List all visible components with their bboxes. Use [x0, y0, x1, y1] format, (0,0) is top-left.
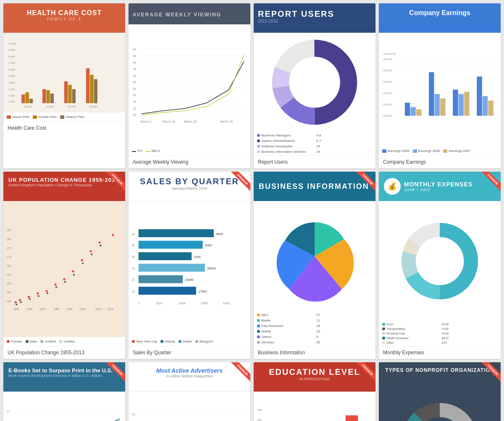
svg-text:20: 20: [133, 113, 136, 117]
svg-text:1995: 1995: [66, 308, 73, 311]
card-most-active-advertisers[interactable]: Most Active Advertisers in online fashio…: [129, 362, 250, 421]
svg-rect-79: [464, 92, 469, 116]
svg-rect-209: [346, 416, 358, 421]
svg-rect-80: [477, 76, 482, 115]
svg-rect-12: [29, 99, 33, 103]
svg-text:100,000: 100,000: [383, 114, 393, 117]
svg-text:22: 22: [132, 278, 135, 281]
premium-badge-eb: [100, 362, 125, 387]
svg-point-106: [29, 298, 31, 300]
svg-text:0: 0: [139, 302, 140, 305]
me-donut-svg: [383, 205, 496, 317]
svg-rect-18: [72, 89, 76, 103]
svg-rect-74: [429, 72, 434, 116]
svg-text:150: 150: [257, 408, 262, 411]
hcc-legend: House Plan Senate Plan Obama Plan: [3, 112, 125, 121]
svg-text:180: 180: [7, 238, 11, 241]
svg-text:60,000: 60,000: [68, 105, 76, 108]
premium-badge-bi: [350, 172, 375, 197]
el-chart-area: 150 140 120 100 80 60 40 20: [254, 392, 375, 421]
svg-text:26: 26: [132, 267, 135, 270]
card-company-earnings[interactable]: Company Earnings Thousands 350,000 300,0…: [379, 3, 501, 168]
maa-svg: 45 40 35 30 25 20 15: [132, 395, 247, 421]
card-nonprofit[interactable]: TYPES OF NONPROFIT ORGANIZATION Athletic…: [379, 362, 501, 421]
svg-text:26: 26: [133, 93, 136, 97]
svg-text:24: 24: [133, 100, 136, 104]
dashboard-grid: HEALTH CARE COST FAMILY OF 4 10,000 9,00…: [3, 3, 501, 421]
svg-text:34: 34: [133, 67, 136, 71]
svg-text:9,000: 9,000: [8, 48, 15, 51]
svg-text:300,000: 300,000: [383, 69, 393, 72]
svg-rect-130: [139, 241, 203, 249]
svg-rect-82: [488, 100, 493, 115]
svg-text:36,000: 36,000: [24, 105, 32, 108]
svg-text:185: 185: [7, 229, 11, 232]
svg-text:20: 20: [132, 290, 135, 293]
svg-text:March 20: March 20: [184, 120, 197, 123]
hcc-chart-area: 10,000 9,000 8,000 7,000 6,000 5,000 4,0…: [3, 33, 125, 112]
svg-text:10000: 10000: [178, 302, 186, 305]
svg-text:155: 155: [7, 282, 11, 285]
ce-header: Company Earnings: [379, 3, 501, 33]
np-donut-svg: [383, 396, 496, 421]
svg-rect-71: [405, 103, 410, 116]
svg-text:54,000: 54,000: [46, 105, 54, 108]
svg-point-113: [91, 254, 92, 255]
svg-point-109: [55, 286, 57, 288]
card-monthly-expenses[interactable]: 💰 MONTHLY EXPENSES JUNE / JULY Food 15.4…: [379, 172, 501, 359]
awv-chart-area: 40 38 36 34 32 30 28 26 24 22 20: [129, 24, 250, 146]
awv-header: AVERAGE WEEKLY VIEWING: [129, 3, 250, 24]
ce-chart-area: Thousands 350,000 300,000 250,000 200,00…: [379, 33, 501, 146]
premium-badge-uk: [100, 172, 125, 197]
hcc-header: HEALTH CARE COST FAMILY OF 4: [3, 3, 125, 33]
card-uk-population[interactable]: UK POPULATION CHANGE 1955-2015 United Ki…: [3, 172, 125, 359]
sbq-footer: Sales By Quarter: [129, 346, 250, 359]
card-ebooks[interactable]: E-Books Set to Surpass Print in the U.S.…: [3, 362, 125, 421]
bi-header: BUSINESS INFORMATION: [254, 172, 375, 201]
svg-text:1,000: 1,000: [8, 100, 15, 103]
svg-rect-134: [139, 287, 196, 295]
card-business-info[interactable]: BUSINESS INFORMATION SEO 27 Media 11 Pai…: [254, 172, 375, 359]
ce-svg: Thousands 350,000 300,000 250,000 200,00…: [383, 37, 496, 142]
svg-point-105: [20, 301, 22, 303]
sbq-legend: New York City Atlanta Dallas Maryport: [129, 337, 250, 346]
svg-text:250,000: 250,000: [383, 80, 393, 83]
card-sales-by-quarter[interactable]: SALES BY QUARTER January-March, 2016 84 …: [129, 172, 250, 359]
card-report-users[interactable]: REPORT USERS 2015-2016 Business Managers…: [254, 3, 375, 168]
sbq-chart-area: 84 54 36 26 22 20 5000 4000 3750 20000 1…: [129, 201, 250, 337]
svg-rect-17: [68, 85, 71, 103]
svg-rect-11: [26, 92, 29, 103]
svg-text:200,000: 200,000: [383, 92, 393, 94]
bi-legend: SEO 27 Media 11 Paid Research 18 Mobile …: [254, 311, 375, 346]
svg-text:2010: 2010: [95, 308, 102, 311]
svg-rect-21: [94, 79, 97, 103]
svg-text:84: 84: [132, 233, 135, 235]
hcc-footer: Health Care Cost: [3, 121, 125, 134]
np-header: TYPES OF NONPROFIT ORGANIZATION: [379, 362, 501, 392]
card-avg-weekly-viewing[interactable]: AVERAGE WEEKLY VIEWING 40 38 36 34 32 30…: [129, 3, 250, 168]
svg-text:1955: 1955: [13, 308, 20, 311]
sbq-svg: 84 54 36 26 22 20 5000 4000 3750 20000 1…: [132, 204, 247, 334]
svg-text:150,000: 150,000: [383, 103, 393, 106]
svg-rect-76: [440, 98, 445, 116]
svg-rect-78: [459, 94, 464, 116]
hcc-title: HEALTH CARE COST: [8, 9, 121, 17]
svg-point-107: [38, 295, 39, 297]
svg-text:28: 28: [133, 87, 136, 91]
ru-footer: Report Users: [254, 155, 375, 168]
svg-text:30: 30: [133, 80, 136, 84]
hcc-svg: 10,000 9,000 8,000 7,000 6,000 5,000 4,0…: [8, 37, 121, 108]
hcc-subtitle: FAMILY OF 4: [8, 17, 121, 21]
eb-chart-area: 11 9 7 5 3 Unite: [3, 392, 125, 421]
svg-text:3750: 3750: [194, 255, 201, 259]
card-health-care-cost[interactable]: HEALTH CARE COST FAMILY OF 4 10,000 9,00…: [3, 3, 125, 168]
card-education-level[interactable]: EDUCATION LEVEL IN PERCENTAGE 150 140 12…: [254, 362, 375, 421]
uk-footer: UK Population Change 1955-2013: [3, 346, 125, 359]
svg-rect-20: [90, 75, 93, 103]
me-header: 💰 MONTHLY EXPENSES JUNE / JULY: [379, 172, 501, 201]
uk-chart-area: 185 180 175 170 165 160 155 150 145: [3, 201, 125, 337]
svg-text:20000: 20000: [223, 302, 230, 305]
svg-point-57: [291, 58, 338, 106]
el-header: EDUCATION LEVEL IN PERCENTAGE: [254, 362, 375, 392]
svg-text:5,000: 5,000: [8, 74, 15, 77]
